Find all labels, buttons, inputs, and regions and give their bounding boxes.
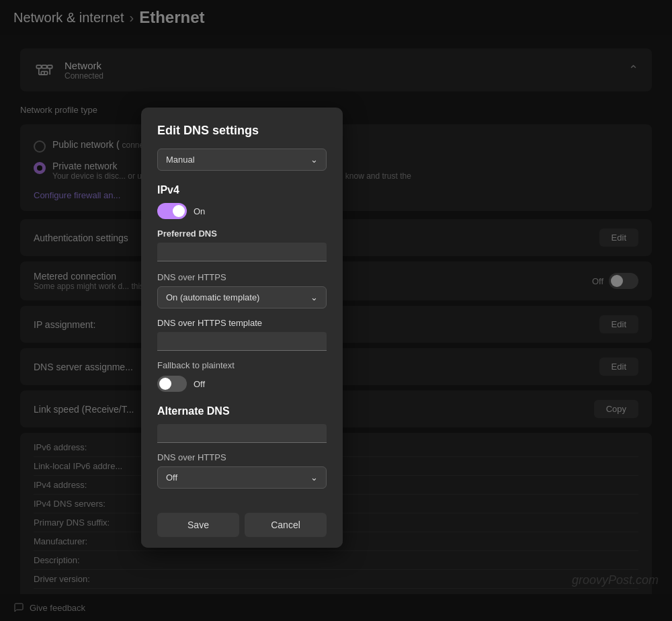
fallback-toggle-label: Off	[194, 379, 205, 389]
edit-dns-modal: Edit DNS settings Manual ⌄ IPv4 On Prefe…	[141, 108, 343, 548]
alt-dns-https-label: DNS over HTTPS	[157, 452, 327, 462]
alt-dns-https-value: Off	[166, 472, 177, 483]
alternate-dns-input[interactable]	[157, 424, 327, 443]
preferred-dns-input[interactable]	[157, 243, 327, 261]
modal-cancel-button[interactable]: Cancel	[245, 513, 327, 537]
dns-type-value: Manual	[166, 155, 195, 165]
dns-type-chevron: ⌄	[310, 155, 318, 165]
dns-over-https-label: DNS over HTTPS	[157, 272, 327, 282]
ipv4-toggle-row: On	[157, 203, 327, 219]
modal-title: Edit DNS settings	[157, 124, 327, 138]
alt-dns-https-chevron: ⌄	[310, 472, 318, 483]
modal-save-button[interactable]: Save	[157, 513, 239, 537]
ipv4-section-title: IPv4	[157, 184, 327, 196]
dns-template-input[interactable]	[157, 332, 327, 351]
dns-over-https-chevron: ⌄	[310, 292, 318, 302]
ipv4-toggle[interactable]	[157, 203, 187, 219]
preferred-dns-label: Preferred DNS	[157, 229, 327, 239]
modal-footer: Save Cancel	[141, 502, 343, 548]
ipv4-toggle-label: On	[194, 206, 205, 216]
dns-template-label: DNS over HTTPS template	[157, 318, 327, 328]
fallback-toggle-thumb	[159, 378, 171, 390]
dns-over-https-dropdown[interactable]: On (automatic template) ⌄	[157, 286, 327, 308]
fallback-toggle-row: Off	[157, 376, 327, 392]
fallback-toggle[interactable]	[157, 376, 187, 392]
alternate-dns-title: Alternate DNS	[157, 405, 327, 417]
alt-dns-https-dropdown[interactable]: Off ⌄	[157, 466, 327, 489]
ipv4-toggle-thumb	[173, 205, 185, 217]
dns-type-dropdown[interactable]: Manual ⌄	[157, 149, 327, 171]
dns-over-https-value: On (automatic template)	[166, 292, 259, 302]
fallback-label: Fallback to plaintext	[157, 360, 327, 370]
